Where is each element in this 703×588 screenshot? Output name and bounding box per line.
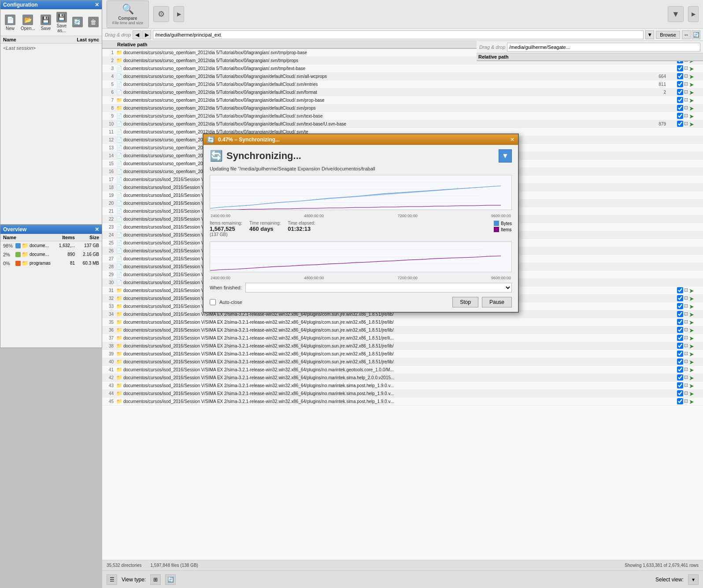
sync-arrow-icon[interactable]: ➤ [689, 105, 694, 112]
row-checkbox[interactable] [677, 359, 683, 365]
sync-arrow-icon[interactable]: ➤ [689, 343, 694, 350]
settings-button[interactable]: ⚙ [153, 6, 169, 22]
sync-arrow-icon[interactable]: ➤ [689, 351, 694, 358]
row-checkbox[interactable] [677, 287, 683, 293]
sync-arrow-icon[interactable]: ➤ [689, 97, 694, 104]
left-sync-right-btn[interactable]: ▶ [142, 30, 151, 39]
view-grid-btn[interactable]: ⊞ [150, 574, 161, 585]
status-files: 1,597,848 files (138 GB) [151, 563, 198, 568]
sync-arrow-icon[interactable]: ➤ [689, 73, 694, 80]
sync-arrow-icon[interactable]: ➤ [689, 287, 694, 294]
table-row[interactable]: 5 📄documentos/cursos/curso_openfoam_2012… [102, 81, 703, 89]
sync-arrow-icon[interactable]: ➤ [689, 319, 694, 326]
refresh-button[interactable]: 🔄 [70, 16, 85, 29]
row-checkbox[interactable] [677, 335, 683, 341]
left-action-2[interactable]: 🔄 [692, 30, 700, 39]
overview-list-item[interactable]: 2% 📁 docume... 890 2.16 GB [0, 250, 102, 259]
table-row[interactable]: 42 📁documentos/cursos/isod_2016/Session … [102, 374, 703, 382]
left-sync-left-btn[interactable]: ◀ [133, 30, 141, 39]
row-checkbox[interactable] [677, 374, 683, 381]
sync-arrow-icon[interactable]: ➤ [689, 65, 694, 72]
pause-button[interactable]: Pause [482, 297, 512, 307]
sync-arrow-icon[interactable]: ➤ [689, 398, 694, 405]
expand-button[interactable]: ▶ [174, 6, 184, 22]
row-checkbox[interactable] [677, 327, 683, 333]
table-row[interactable]: 39 📁documentos/cursos/isod_2016/Session … [102, 350, 703, 358]
sync-down-button[interactable]: ▼ [499, 149, 512, 163]
view-sync-btn[interactable]: 🔄 [165, 574, 176, 585]
overview-list-item[interactable]: 0% 📁 programas 81 60.3 MB [0, 259, 102, 268]
sync-dialog-close-icon[interactable]: ✕ [510, 137, 514, 143]
row-checkbox[interactable] [677, 343, 683, 349]
filter-button[interactable]: ▼ [668, 6, 684, 22]
view-type-btn[interactable]: ☰ [107, 574, 117, 585]
table-row[interactable]: 45 📁documentos/cursos/isod_2016/Session … [102, 398, 703, 406]
auto-close-checkbox[interactable] [210, 299, 216, 305]
sync-arrow-icon[interactable]: ➤ [689, 113, 694, 120]
table-row[interactable]: 41 📁documentos/cursos/isod_2016/Session … [102, 366, 703, 374]
compare-button[interactable]: 🔍 Compare File time and size [107, 0, 149, 28]
sync-arrow-icon[interactable]: ➤ [689, 303, 694, 310]
close-icon[interactable]: ✕ [95, 2, 99, 8]
row-checkbox[interactable] [677, 390, 683, 396]
table-row[interactable]: 36 📁documentos/cursos/isod_2016/Session … [102, 326, 703, 334]
sync-arrow-icon[interactable]: ➤ [689, 327, 694, 334]
sync-arrow-icon[interactable]: ➤ [689, 374, 694, 381]
sync-arrow-icon[interactable]: ➤ [689, 295, 694, 302]
sync-arrow-icon[interactable]: ➤ [689, 382, 694, 389]
table-row[interactable]: 9 📄documentos/cursos/curso_openfoam_2012… [102, 112, 703, 120]
overview-list-item[interactable]: 98% 📁 docume... 1,632,... 137 GB [0, 241, 102, 250]
sync-arrow-icon[interactable]: ➤ [689, 390, 694, 397]
sync-arrow-icon[interactable]: ➤ [689, 366, 694, 374]
select-view-btn[interactable]: ▾ [688, 574, 699, 585]
table-row[interactable]: 6 📄documentos/cursos/curso_openfoam_2012… [102, 89, 703, 96]
table-row[interactable]: 3 📄documentos/cursos/curso_openfoam_2012… [102, 65, 703, 73]
row-checkbox[interactable] [677, 319, 683, 325]
overview-close-icon[interactable]: ✕ [95, 226, 99, 233]
row-checkbox[interactable] [677, 121, 683, 127]
row-checkbox[interactable] [677, 366, 683, 373]
delete-button[interactable]: 🗑 [86, 16, 100, 29]
row-checkbox[interactable] [677, 97, 683, 103]
row-checkbox[interactable] [677, 311, 683, 317]
right-expand-button[interactable]: ▶ [688, 6, 699, 22]
row-checkbox[interactable] [677, 73, 683, 79]
left-path-dropdown[interactable]: ▼ [645, 30, 654, 39]
row-checkbox[interactable] [677, 295, 683, 301]
stop-button[interactable]: Stop [452, 297, 478, 307]
right-path-input[interactable] [507, 43, 700, 52]
left-action-1[interactable]: ↔ [682, 30, 691, 39]
row-checkbox[interactable] [677, 382, 683, 388]
sync-arrow-icon[interactable]: ➤ [689, 89, 694, 96]
new-button[interactable]: 📄 New [3, 14, 17, 32]
when-finished-select[interactable] [245, 283, 512, 292]
table-row[interactable]: 4 📄documentos/cursos/curso_openfoam_2012… [102, 73, 703, 81]
table-row[interactable]: 10 📄documentos/cursos/curso_openfoam_201… [102, 120, 703, 128]
row-checkbox[interactable] [677, 105, 683, 111]
table-row[interactable]: 43 📁documentos/cursos/isod_2016/Session … [102, 382, 703, 390]
row-checkbox[interactable] [677, 113, 683, 119]
row-checkbox[interactable] [677, 398, 683, 404]
table-row[interactable]: 40 📁documentos/cursos/isod_2016/Session … [102, 358, 703, 366]
save-button[interactable]: 💾 Save [39, 14, 53, 32]
table-row[interactable]: 8 📁documentos/cursos/curso_openfoam_2012… [102, 104, 703, 112]
left-path-input[interactable] [153, 30, 644, 39]
left-browse-button[interactable]: Browse [656, 31, 680, 39]
row-checkbox[interactable] [677, 351, 683, 357]
table-row[interactable]: 37 📁documentos/cursos/isod_2016/Session … [102, 334, 703, 342]
table-row[interactable]: 35 📁documentos/cursos/isod_2016/Session … [102, 318, 703, 326]
sync-arrow-icon[interactable]: ➤ [689, 359, 694, 366]
save-as-button[interactable]: 💾 Save as... [55, 11, 69, 34]
table-row[interactable]: 38 📁documentos/cursos/isod_2016/Session … [102, 342, 703, 350]
row-checkbox[interactable] [677, 89, 683, 95]
table-row[interactable]: 44 📁documentos/cursos/isod_2016/Session … [102, 390, 703, 398]
table-row[interactable]: 7 📁documentos/cursos/curso_openfoam_2012… [102, 96, 703, 104]
sync-arrow-icon[interactable]: ➤ [689, 121, 694, 128]
sync-arrow-icon[interactable]: ➤ [689, 311, 694, 318]
sync-arrow-icon[interactable]: ➤ [689, 335, 694, 342]
row-checkbox[interactable] [677, 303, 683, 309]
sync-arrow-icon[interactable]: ➤ [689, 81, 694, 88]
row-checkbox[interactable] [677, 81, 683, 87]
row-checkbox[interactable] [677, 65, 683, 71]
open-button[interactable]: 📂 Open... [19, 14, 37, 32]
